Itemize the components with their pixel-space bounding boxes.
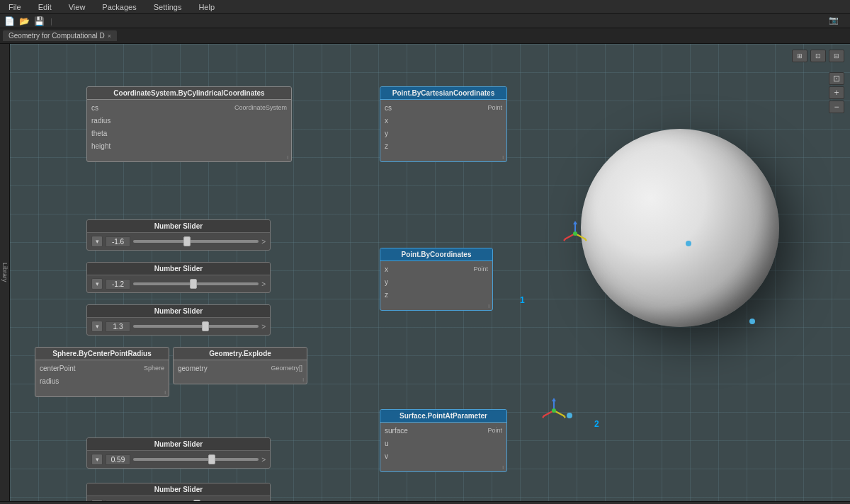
node-point-cartesian-body: cs Point x y z — [380, 100, 506, 154]
port-row-pbc-y: y — [380, 127, 506, 139]
slider-3-thumb[interactable] — [202, 321, 209, 331]
node-explode-footer: l — [174, 376, 307, 384]
node-pbc2-body: x Point y z — [380, 261, 492, 302]
slider-3-track[interactable] — [133, 325, 259, 328]
node-surface-body: surface Point u v — [380, 423, 506, 464]
port-row-pbc2-z: z — [380, 288, 492, 301]
sphere-shape — [581, 129, 779, 327]
menu-help[interactable]: Help — [196, 3, 217, 11]
node-geometry-explode[interactable]: Geometry.Explode geometry Geometry[] l — [173, 347, 307, 384]
toolbar-screenshot-icon[interactable]: 📷 — [829, 16, 839, 25]
slider-1-gt[interactable]: > — [261, 238, 266, 246]
port-row-sphere-cp: centerPoint Sphere — [35, 362, 169, 374]
port-row-sphere-r: radius — [35, 374, 169, 387]
slider-2-track[interactable] — [133, 282, 259, 285]
axis-svg-2 — [540, 396, 568, 425]
tab-close-button[interactable]: × — [108, 33, 111, 40]
slider-5-gt[interactable]: > — [261, 501, 266, 502]
zoom-out-button[interactable]: − — [829, 101, 844, 113]
port-row-pbc2-x: x Point — [380, 263, 492, 275]
canvas-btn-3[interactable]: ⊟ — [829, 50, 844, 62]
node-coordinate-system[interactable]: CoordinateSystem.ByCylindricalCoordinate… — [86, 86, 292, 162]
active-tab[interactable]: Geometry for Computational D × — [3, 30, 117, 41]
slider-2-value: -1.2 — [106, 279, 130, 290]
tab-label: Geometry for Computational D — [8, 32, 105, 40]
port-row-surf-surface: surface Point — [380, 424, 506, 437]
slider-node-1[interactable]: Number Slider ▾ -1.6 > — [86, 219, 271, 251]
node-coord-header: CoordinateSystem.ByCylindricalCoordinate… — [87, 87, 291, 100]
canvas[interactable]: CoordinateSystem.ByCylindricalCoordinate… — [10, 44, 850, 501]
node-point-bycoords[interactable]: Point.ByCoordinates x Point y z l — [380, 248, 493, 311]
slider-5-body: ▾ 0.33 > — [87, 496, 270, 501]
statusbar: Automatic ▾ — [0, 501, 850, 504]
axis-svg-1 — [561, 219, 589, 248]
svg-point-19 — [552, 408, 556, 413]
port-row-pbc2-y: y — [380, 275, 492, 288]
canvas-btn-1[interactable]: ⊞ — [792, 50, 808, 62]
slider-2-body: ▾ -1.2 > — [87, 275, 270, 292]
slider-5-header: Number Slider — [87, 483, 270, 496]
node-sphere-body: centerPoint Sphere radius — [35, 360, 169, 389]
slider-3-down[interactable]: ▾ — [91, 321, 103, 332]
slider-1-body: ▾ -1.6 > — [87, 233, 270, 250]
slider-1-down[interactable]: ▾ — [91, 236, 103, 247]
slider-1-header: Number Slider — [87, 220, 270, 233]
slider-3-body: ▾ 1.3 > — [87, 318, 270, 335]
port-row-cs: cs CoordinateSystem — [87, 101, 291, 114]
menu-view[interactable]: View — [66, 3, 89, 11]
slider-5-down[interactable]: ▾ — [91, 499, 103, 501]
node-surface-header: Surface.PointAtParameter — [380, 410, 506, 423]
slider-2-gt[interactable]: > — [261, 280, 266, 288]
canvas-toolbar: ⊞ ⊡ ⊟ — [792, 50, 844, 62]
node-sphere[interactable]: Sphere.ByCenterPointRadius centerPoint S… — [35, 347, 169, 397]
point-label-2: 2 — [594, 419, 599, 429]
node-coord-footer: l — [87, 154, 291, 161]
slider-1-thumb[interactable] — [183, 236, 191, 246]
zoom-in-button[interactable]: + — [829, 86, 844, 99]
toolbar-open-icon[interactable]: 📂 — [19, 16, 30, 26]
menu-file[interactable]: File — [6, 3, 24, 11]
slider-node-5[interactable]: Number Slider ▾ 0.33 > — [86, 483, 271, 501]
slider-4-down[interactable]: ▾ — [91, 454, 103, 465]
slider-2-thumb[interactable] — [190, 279, 197, 289]
slider-4-body: ▾ 0.59 > — [87, 451, 270, 468]
menu-edit[interactable]: Edit — [35, 3, 55, 11]
slider-1-track[interactable] — [133, 240, 259, 243]
canvas-btn-2[interactable]: ⊡ — [810, 50, 826, 62]
sphere-visual — [581, 129, 793, 341]
menubar: File Edit View Packages Settings Help — [0, 0, 850, 14]
svg-point-12 — [573, 231, 577, 236]
library-sidebar[interactable]: Library — [0, 44, 10, 501]
port-row-radius: radius — [87, 114, 291, 127]
slider-node-4[interactable]: Number Slider ▾ 0.59 > — [86, 437, 271, 469]
slider-4-thumb[interactable] — [208, 454, 215, 464]
port-row-surf-u: u — [380, 437, 506, 449]
zoom-fit-button[interactable]: ⊡ — [829, 72, 844, 85]
slider-4-gt[interactable]: > — [261, 456, 266, 464]
slider-2-down[interactable]: ▾ — [91, 278, 103, 290]
node-explode-body: geometry Geometry[] — [174, 360, 307, 376]
svg-marker-9 — [573, 221, 577, 224]
slider-3-gt[interactable]: > — [261, 323, 266, 331]
slider-5-thumb[interactable] — [193, 500, 200, 501]
slider-3-value: 1.3 — [106, 321, 130, 332]
slider-3-header: Number Slider — [87, 305, 270, 318]
port-row-theta: theta — [87, 127, 291, 139]
point-dot-2 — [567, 413, 572, 418]
axis-indicator-2 — [540, 396, 568, 426]
slider-2-header: Number Slider — [87, 263, 270, 275]
node-point-cartesian[interactable]: Point.ByCartesianCoordinates cs Point x … — [380, 86, 507, 162]
slider-node-2[interactable]: Number Slider ▾ -1.2 > — [86, 262, 271, 293]
node-surface-point[interactable]: Surface.PointAtParameter surface Point u… — [380, 409, 507, 472]
sphere-dot — [686, 241, 691, 246]
slider-5-value: 0.33 — [106, 500, 130, 502]
node-surface-footer: l — [380, 464, 506, 471]
menu-packages[interactable]: Packages — [99, 3, 139, 11]
toolbar-save-icon[interactable]: 💾 — [34, 16, 45, 26]
zoom-controls: ⊡ + − — [829, 72, 844, 113]
toolbar-new-icon[interactable]: 📄 — [4, 16, 15, 26]
node-explode-header: Geometry.Explode — [174, 348, 307, 360]
slider-4-track[interactable] — [133, 458, 259, 461]
slider-node-3[interactable]: Number Slider ▾ 1.3 > — [86, 304, 271, 336]
menu-settings[interactable]: Settings — [151, 3, 185, 11]
